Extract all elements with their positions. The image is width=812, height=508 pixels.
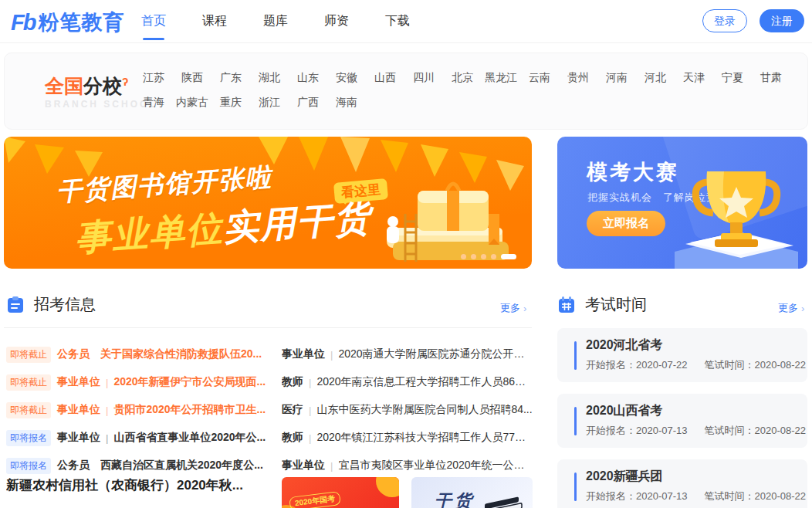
- category-label: 事业单位: [57, 375, 100, 389]
- carousel-dot[interactable]: [461, 254, 466, 259]
- province-link[interactable]: 浙江: [250, 96, 289, 110]
- province-link[interactable]: 四川: [404, 71, 443, 85]
- recruit-link[interactable]: 贵阳市2020年公开招聘市卫生...: [113, 403, 270, 417]
- recruit-link[interactable]: 2020年新疆伊宁市公安局现面...: [113, 375, 270, 389]
- main-nav: 首页 课程 题库 师资 下载: [141, 0, 446, 43]
- province-link[interactable]: 广东: [211, 71, 250, 85]
- recruit-link[interactable]: 山西省省直事业单位2020年公...: [113, 431, 270, 445]
- province-link[interactable]: 贵州: [559, 71, 597, 85]
- recruit-link[interactable]: 关于国家综合性消防救援队伍20...: [100, 347, 270, 361]
- recruit-link[interactable]: 2020年南京信息工程大学招聘工作人员86人...: [316, 375, 533, 389]
- recruit-link[interactable]: 宜昌市夷陵区事业单位2020年统一公开...: [338, 459, 533, 472]
- separator: |: [106, 377, 108, 388]
- fenbi-logo[interactable]: Fb 粉笔教育: [11, 8, 124, 36]
- carousel-dot-active[interactable]: [501, 254, 516, 259]
- province-link[interactable]: 河南: [597, 71, 636, 85]
- main-carousel-banner[interactable]: 干货图书馆开张啦 看这里 事业单位实用干货: [4, 137, 532, 269]
- thumbnail-text: 干货: [435, 489, 475, 508]
- exam-time-more-link[interactable]: 更多 ›: [778, 301, 804, 315]
- exam-time-section-title: 考试时间: [585, 294, 647, 315]
- carousel-dot[interactable]: [491, 254, 496, 259]
- exam-detail: 开始报名：2020-07-22 笔试时间：2020-08-22: [586, 358, 806, 372]
- province-link[interactable]: 广西: [289, 96, 327, 110]
- login-button[interactable]: 登录: [702, 9, 747, 32]
- exam-name: 2020河北省考: [586, 337, 663, 354]
- accent-bar: [574, 407, 577, 435]
- exam-more-label: 更多: [778, 301, 798, 315]
- exam-card-shanxi[interactable]: 2020山西省考 开始报名：2020-07-13 笔试时间：2020-08-22: [557, 394, 807, 448]
- mock-exam-banner[interactable]: 模考大赛 把握实战机会 了解岗位竞争 立即报名: [557, 137, 807, 269]
- carousel-dot[interactable]: [481, 254, 486, 259]
- recruit-row: 即将截止 公务员 关于国家综合性消防救援队伍20...: [6, 340, 270, 368]
- exam-card-hebei[interactable]: 2020河北省考 开始报名：2020-07-22 笔试时间：2020-08-22: [557, 328, 807, 382]
- accent-bar: [574, 472, 577, 501]
- branch-school-card: 全国分校ʔ BRANCH SCHOOL 江苏 陕西 广东 湖北 山东 安徽 山西…: [4, 52, 808, 130]
- deadline-badge: 即将截止: [6, 402, 51, 418]
- recruit-link[interactable]: 山东中医药大学附属医院合同制人员招聘84...: [316, 403, 533, 417]
- province-link[interactable]: 北京: [443, 71, 482, 85]
- nav-download[interactable]: 下载: [385, 0, 410, 43]
- branch-title-highlight: 全国: [45, 75, 83, 97]
- nav-home[interactable]: 首页: [141, 0, 166, 43]
- nav-question-bank[interactable]: 题库: [263, 0, 288, 43]
- province-link[interactable]: 云南: [520, 71, 559, 85]
- province-link[interactable]: 宁夏: [713, 71, 752, 85]
- giftbox-books-illustration: [371, 168, 518, 268]
- province-link[interactable]: 山东: [289, 71, 327, 85]
- recruit-list-mid: 事业单位 | 2020南通大学附属医院苏通分院公开招... 教师 | 2020年…: [282, 340, 533, 479]
- recruit-link[interactable]: 2020南通大学附属医院苏通分院公开招...: [338, 347, 533, 361]
- logo-text: 粉笔教育: [38, 8, 124, 36]
- province-link[interactable]: 陕西: [173, 71, 211, 85]
- recruit-row: 事业单位 | 宜昌市夷陵区事业单位2020年统一公开...: [282, 452, 533, 479]
- recruit-row: 事业单位 | 2020南通大学附属医院苏通分院公开招...: [282, 340, 533, 368]
- nav-teachers[interactable]: 师资: [324, 0, 349, 43]
- separator: |: [309, 405, 311, 416]
- separator: |: [106, 405, 108, 416]
- carousel-dot[interactable]: [471, 254, 476, 259]
- banner-subheadline-highlight: 事业单位: [74, 208, 225, 258]
- recruit-row: 即将报名 公务员 西藏自治区直属机关2020年度公...: [6, 452, 270, 479]
- bottom-article-headline[interactable]: 新疆农村信用社（农商银行）2020年秋...: [6, 476, 272, 494]
- national-exam-thumbnail[interactable]: 2020年国考: [282, 477, 399, 508]
- trophy-illustration: [667, 153, 798, 269]
- recruit-list-left: 即将截止 公务员 关于国家综合性消防救援队伍20... 即将截止 事业单位 | …: [6, 340, 270, 479]
- written-date: 笔试时间：2020-08-22: [705, 358, 807, 372]
- written-date: 笔试时间：2020-08-22: [705, 424, 807, 438]
- banner-subheadline-rest: 实用干货: [222, 198, 372, 248]
- chevron-right-icon: ›: [523, 303, 526, 314]
- signup-now-button[interactable]: 立即报名: [587, 211, 665, 236]
- calendar-icon: [557, 296, 576, 314]
- recruit-section-header: 招考信息: [6, 294, 96, 315]
- province-link[interactable]: 青海: [134, 96, 173, 110]
- province-link[interactable]: 重庆: [211, 96, 250, 110]
- signup-soon-badge: 即将报名: [6, 430, 51, 446]
- category-label: 事业单位: [282, 459, 325, 472]
- province-links: 江苏 陕西 广东 湖北 山东 安徽 山西 四川 北京 黑龙江 云南 贵州 河南 …: [134, 71, 790, 110]
- province-link[interactable]: 湖北: [250, 71, 289, 85]
- nav-courses[interactable]: 课程: [202, 0, 227, 43]
- recruit-row: 教师 | 2020年南京信息工程大学招聘工作人员86人...: [282, 368, 533, 396]
- recruit-link[interactable]: 2020年镇江江苏科技大学招聘工作人员77人...: [316, 431, 533, 445]
- recruit-row: 即将截止 事业单位 | 2020年新疆伊宁市公安局现面...: [6, 368, 270, 396]
- province-link[interactable]: 海南: [327, 96, 366, 110]
- province-link[interactable]: 内蒙古: [173, 96, 211, 110]
- deadline-badge: 即将截止: [6, 347, 51, 363]
- province-link[interactable]: 安徽: [327, 71, 366, 85]
- accent-bar: [574, 341, 577, 370]
- province-link[interactable]: 黑龙江: [482, 71, 520, 85]
- province-link[interactable]: 河北: [636, 71, 675, 85]
- auth-buttons: 登录 注册: [702, 9, 804, 32]
- province-link[interactable]: 山西: [366, 71, 404, 85]
- register-button[interactable]: 注册: [760, 9, 804, 32]
- exam-card-xinjiang[interactable]: 2020新疆兵团 开始报名：2020-07-13 笔试时间：2020-08-22: [557, 459, 807, 508]
- province-link[interactable]: 天津: [675, 71, 713, 85]
- dry-goods-thumbnail[interactable]: 干货: [411, 477, 533, 508]
- province-link[interactable]: 江苏: [134, 71, 173, 85]
- category-label: 教师: [282, 375, 303, 389]
- recruit-link[interactable]: 西藏自治区直属机关2020年度公...: [100, 459, 270, 472]
- province-link[interactable]: 甘肃: [752, 71, 790, 85]
- recruit-more-link[interactable]: 更多 ›: [500, 301, 526, 315]
- separator: |: [330, 460, 333, 472]
- exam-detail: 开始报名：2020-07-13 笔试时间：2020-08-22: [586, 489, 806, 503]
- register-date: 开始报名：2020-07-13: [586, 424, 688, 438]
